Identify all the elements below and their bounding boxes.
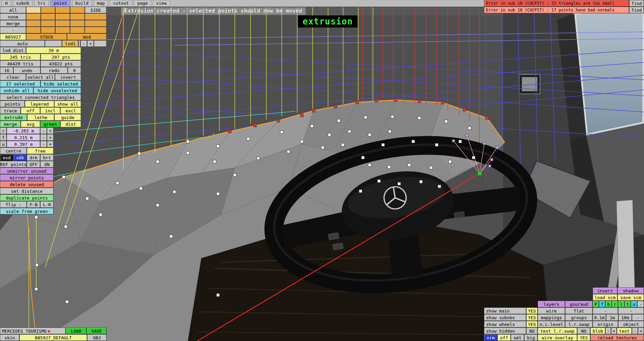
point-handle[interactable] bbox=[378, 180, 381, 183]
point-handle[interactable] bbox=[341, 144, 344, 147]
blob-plus-button[interactable]: + bbox=[611, 328, 617, 334]
extruded-point-handle[interactable] bbox=[483, 142, 486, 145]
centre-button[interactable]: centre bbox=[0, 148, 27, 154]
unhide-all-button[interactable]: unhide all bbox=[0, 87, 34, 94]
material-slot[interactable] bbox=[55, 27, 70, 34]
nrm-off-button[interactable]: off bbox=[497, 334, 511, 341]
material-slot[interactable] bbox=[41, 13, 55, 20]
vdk-button[interactable]: vdk bbox=[13, 154, 27, 161]
point-handle[interactable] bbox=[99, 213, 102, 216]
guide-button[interactable]: guide bbox=[54, 114, 81, 121]
invert-selection-button[interactable]: invert bbox=[55, 74, 81, 80]
test-lr-swap-button[interactable]: test l.r.swap bbox=[538, 328, 577, 334]
grid-dash-button[interactable]: - bbox=[632, 314, 644, 321]
point-handle[interactable] bbox=[186, 152, 190, 155]
point-handle[interactable] bbox=[301, 140, 304, 143]
ref-off-button[interactable]: OFF bbox=[27, 161, 40, 168]
point-handle[interactable] bbox=[364, 116, 367, 119]
point-handle[interactable] bbox=[311, 125, 314, 128]
channel-dash-button[interactable]: - bbox=[637, 301, 644, 307]
point-handle[interactable] bbox=[186, 140, 190, 143]
point-handle[interactable] bbox=[140, 187, 143, 190]
blob-minus-button[interactable]: - bbox=[605, 328, 611, 334]
lr-swap-button[interactable]: l.r.swap bbox=[565, 321, 593, 328]
point-handle[interactable] bbox=[382, 144, 385, 147]
trace-off-button[interactable]: off bbox=[21, 107, 40, 114]
extruded-point-handle[interactable] bbox=[488, 165, 491, 167]
point-handle[interactable] bbox=[280, 131, 283, 134]
channel-r-button[interactable]: r bbox=[612, 301, 618, 307]
lathe-button[interactable]: lathe bbox=[27, 114, 54, 121]
lod-minus-button[interactable]: - bbox=[80, 40, 87, 47]
selected-point-handle[interactable] bbox=[394, 99, 397, 102]
material-slot[interactable] bbox=[70, 13, 85, 20]
redo-button[interactable]: redo bbox=[41, 67, 68, 74]
dash-cell[interactable]: - bbox=[593, 307, 618, 314]
channel-f-button[interactable]: f bbox=[599, 301, 605, 307]
menu-item-subob[interactable]: subob bbox=[13, 0, 33, 7]
point-handle[interactable] bbox=[217, 294, 220, 297]
point-handle[interactable] bbox=[391, 115, 394, 118]
point-handle[interactable] bbox=[472, 156, 475, 159]
obj-button[interactable]: OBJ bbox=[87, 334, 107, 341]
load-button[interactable]: LOAD bbox=[66, 328, 87, 334]
object-button[interactable]: object bbox=[618, 321, 644, 328]
selected-point-handle[interactable] bbox=[312, 109, 315, 112]
auto-button[interactable]: auto bbox=[0, 40, 45, 47]
flip-fb-button[interactable]: F-B bbox=[27, 201, 40, 208]
menu-item-map[interactable]: map bbox=[94, 0, 108, 7]
extruded-point-handle[interactable] bbox=[490, 158, 493, 161]
lod-plus-button[interactable]: + bbox=[87, 40, 94, 47]
point-handle[interactable] bbox=[359, 190, 362, 193]
point-handle[interactable] bbox=[468, 127, 471, 130]
find-button[interactable]: find bbox=[629, 0, 644, 7]
unmirror-unused-button[interactable]: unmirror unused bbox=[0, 168, 54, 174]
point-handle[interactable] bbox=[348, 130, 351, 133]
shadow-button[interactable]: shadow bbox=[618, 287, 644, 294]
active-point-handle[interactable] bbox=[478, 171, 482, 176]
selected-point-handle[interactable] bbox=[375, 99, 378, 102]
delete-unused-button[interactable]: delete unused bbox=[0, 181, 54, 188]
point-handle[interactable] bbox=[138, 152, 141, 155]
avg-button[interactable]: avg bbox=[21, 121, 40, 127]
point-handle[interactable] bbox=[287, 150, 290, 153]
material-slot[interactable] bbox=[85, 13, 107, 20]
skin-value[interactable]: B85927_DEFAULT bbox=[19, 334, 87, 341]
mod-button[interactable]: mod bbox=[67, 34, 107, 40]
point-handle[interactable] bbox=[170, 235, 173, 238]
point-handle[interactable] bbox=[321, 146, 324, 149]
grid-01m-button[interactable]: 0.1m bbox=[593, 314, 606, 321]
point-handle[interactable] bbox=[66, 300, 69, 303]
nrm-sml-button[interactable]: sml bbox=[511, 334, 524, 341]
point-handle[interactable] bbox=[86, 197, 89, 200]
point-handle[interactable] bbox=[156, 160, 159, 163]
menu-item-point[interactable]: point bbox=[50, 0, 70, 7]
point-handle[interactable] bbox=[368, 164, 371, 167]
blob-button[interactable]: blob bbox=[590, 328, 605, 334]
u-minus-button[interactable]: - bbox=[40, 141, 47, 148]
scale-from-green-button[interactable]: scale from green bbox=[0, 208, 54, 215]
r-value-field[interactable]: -0.203 m bbox=[7, 127, 40, 134]
mirror-points-button[interactable]: mirror points bbox=[0, 174, 54, 181]
wire-overlay-toggle[interactable]: YES bbox=[577, 334, 590, 341]
show-subobs-toggle[interactable]: YES bbox=[526, 314, 538, 321]
nrm-button[interactable]: nrm bbox=[484, 334, 497, 341]
hide-unselected-button[interactable]: hide unselected bbox=[34, 87, 81, 94]
undo-button[interactable]: undo bbox=[13, 67, 41, 74]
material-slot[interactable] bbox=[41, 20, 55, 27]
select-all-materials-button[interactable]: all bbox=[0, 7, 26, 13]
merge-points-button[interactable]: merge bbox=[0, 121, 21, 127]
material-slot[interactable] bbox=[85, 27, 107, 34]
select-none-materials-button[interactable]: none bbox=[0, 13, 26, 20]
material-slot[interactable] bbox=[55, 13, 70, 20]
f-minus-button[interactable]: - bbox=[40, 134, 47, 141]
u-plus-button[interactable]: + bbox=[47, 141, 54, 148]
selected-point-handle[interactable] bbox=[254, 124, 257, 127]
stock-button[interactable]: STOCK bbox=[26, 34, 67, 40]
material-slot[interactable] bbox=[55, 20, 70, 27]
green-button[interactable]: green bbox=[40, 121, 60, 127]
text-plus-button[interactable]: + bbox=[638, 328, 644, 334]
point-handle[interactable] bbox=[257, 157, 260, 160]
show-all-button[interactable]: show all bbox=[54, 101, 81, 107]
text-minus-button[interactable]: - bbox=[632, 328, 638, 334]
